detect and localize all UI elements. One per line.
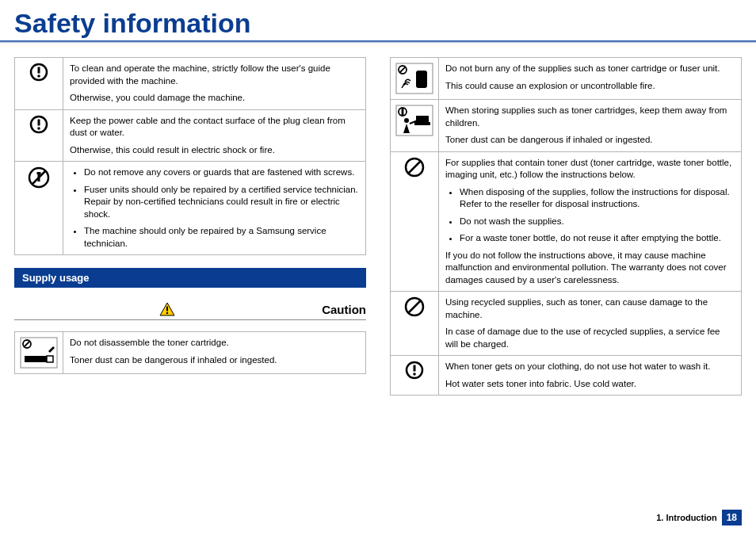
prohibition-icon xyxy=(391,151,439,292)
svg-point-12 xyxy=(166,312,168,314)
safety-text-line: When storing supplies such as toner cart… xyxy=(445,105,735,129)
do-not-burn-icon xyxy=(391,58,439,100)
svg-point-5 xyxy=(37,127,40,130)
caution-label: Caution xyxy=(322,303,366,316)
keep-from-children-icon xyxy=(391,100,439,152)
title-rule xyxy=(0,40,756,43)
chapter-label: 1. Introduction xyxy=(656,513,716,522)
safety-text-line: When toner gets on your clothing, do not… xyxy=(445,361,735,373)
safety-text: When toner gets on your clothing, do not… xyxy=(439,356,742,396)
safety-text-line: Do not disassemble the toner cartridge. xyxy=(70,337,359,350)
svg-point-25 xyxy=(404,118,409,123)
svg-line-20 xyxy=(400,67,406,73)
safety-bullet: The machine should only be repaired by a… xyxy=(84,225,359,250)
safety-text-line: Do not burn any of the supplies such as … xyxy=(445,63,735,75)
caution-rule xyxy=(14,319,366,320)
section-bar-supply-usage: Supply usage xyxy=(14,268,366,288)
svg-rect-21 xyxy=(416,71,427,88)
safety-text: Do not disassemble the toner cartridge. … xyxy=(63,332,366,374)
page-number: 18 xyxy=(722,510,742,525)
svg-line-29 xyxy=(408,161,421,174)
safety-text-line: Keep the power cable and the contact sur… xyxy=(70,115,359,139)
svg-rect-17 xyxy=(47,356,53,362)
svg-rect-33 xyxy=(414,365,416,372)
safety-text-line: Using recycled supplies, such as toner, … xyxy=(445,296,735,321)
left-column: To clean and operate the machine, strict… xyxy=(14,57,366,396)
svg-rect-13 xyxy=(21,338,57,368)
safety-text-line: In case of damage due to the use of recy… xyxy=(445,326,735,350)
page-title: Safety information xyxy=(0,0,756,40)
mandatory-icon xyxy=(15,109,63,162)
svg-point-2 xyxy=(37,75,40,78)
safety-text-line: This could cause an explosion or uncontr… xyxy=(445,80,735,93)
svg-rect-27 xyxy=(414,122,430,125)
svg-line-31 xyxy=(408,300,421,313)
safety-text-line: To clean and operate the machine, strict… xyxy=(70,63,359,87)
safety-table-left: To clean and operate the machine, strict… xyxy=(14,57,366,255)
svg-rect-16 xyxy=(25,356,47,362)
safety-text: Keep the power cable and the contact sur… xyxy=(63,109,366,162)
mandatory-icon xyxy=(391,356,439,396)
safety-bullet: Do not wash the supplies. xyxy=(460,216,735,228)
safety-text-line: Hot water sets toner into fabric. Use co… xyxy=(445,378,735,391)
mandatory-icon xyxy=(15,58,63,110)
warning-triangle-icon xyxy=(159,302,175,316)
safety-table-caution: Do not disassemble the toner cartridge. … xyxy=(14,331,366,374)
safety-text: Do not remove any covers or guards that … xyxy=(63,162,366,255)
prohibition-icon xyxy=(391,292,439,356)
svg-rect-1 xyxy=(38,67,40,74)
toner-disassemble-icon xyxy=(15,332,63,374)
safety-bullet: When disposing of the supplies, follow t… xyxy=(460,186,735,211)
caution-heading: Caution xyxy=(17,302,366,316)
page-footer: 1. Introduction 18 xyxy=(656,510,742,525)
safety-bullet: Fuser units should only be repaired by a… xyxy=(84,184,359,221)
right-column: Do not burn any of the supplies such as … xyxy=(390,57,742,396)
safety-text: Do not burn any of the supplies such as … xyxy=(439,58,742,100)
safety-bullet: For a waste toner bottle, do not reuse i… xyxy=(460,232,735,245)
do-not-disassemble-icon xyxy=(15,162,63,255)
safety-text: For supplies that contain toner dust (to… xyxy=(439,151,742,292)
svg-point-34 xyxy=(413,373,416,376)
svg-rect-18 xyxy=(396,63,433,94)
safety-text-line: For supplies that contain toner dust (to… xyxy=(445,157,735,182)
safety-text-line: Toner dust can be dangerous if inhaled o… xyxy=(445,134,735,147)
svg-rect-26 xyxy=(416,116,429,122)
safety-table-right: Do not burn any of the supplies such as … xyxy=(390,57,742,396)
svg-rect-9 xyxy=(38,174,40,182)
safety-text: To clean and operate the machine, strict… xyxy=(63,58,366,110)
svg-rect-8 xyxy=(37,172,41,174)
safety-text-line: If you do not follow the instructions ab… xyxy=(445,250,735,287)
safety-bullet: Do not remove any covers or guards that … xyxy=(84,166,359,179)
safety-text: Using recycled supplies, such as toner, … xyxy=(439,292,742,356)
svg-rect-4 xyxy=(38,119,40,125)
svg-rect-24 xyxy=(402,109,404,115)
safety-text-line: Otherwise, you could damage the machine. xyxy=(70,92,359,105)
svg-line-15 xyxy=(25,342,30,347)
safety-text-line: Toner dust can be dangerous if inhaled o… xyxy=(70,354,359,367)
safety-text: When storing supplies such as toner cart… xyxy=(439,100,742,152)
safety-text-line: Otherwise, this could result in electric… xyxy=(70,144,359,157)
svg-rect-11 xyxy=(166,307,168,311)
